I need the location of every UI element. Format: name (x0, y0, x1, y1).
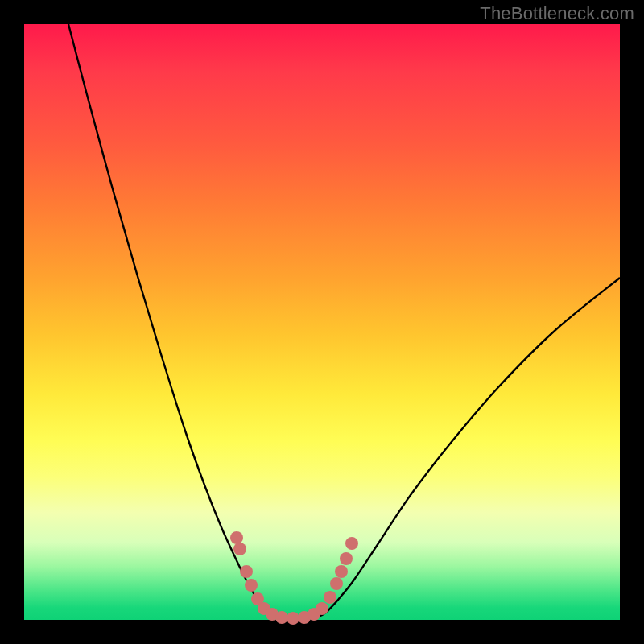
valley-marker (287, 612, 299, 625)
valley-marker (233, 543, 246, 555)
curve-left-branch (68, 24, 267, 612)
valley-marker (335, 565, 348, 578)
valley-marker (275, 611, 288, 624)
curve-svg (24, 24, 620, 620)
curve-right-branch (327, 278, 620, 612)
valley-marker (245, 579, 258, 592)
outer-frame: TheBottleneck.com (0, 0, 644, 644)
valley-markers (230, 531, 358, 625)
valley-marker (345, 537, 358, 550)
watermark-text: TheBottleneck.com (480, 3, 634, 24)
valley-marker (324, 591, 336, 604)
valley-marker (240, 565, 253, 578)
valley-marker (230, 531, 243, 544)
valley-marker (330, 577, 343, 590)
valley-marker (340, 552, 353, 565)
plot-area (24, 24, 620, 620)
valley-marker (316, 602, 328, 615)
